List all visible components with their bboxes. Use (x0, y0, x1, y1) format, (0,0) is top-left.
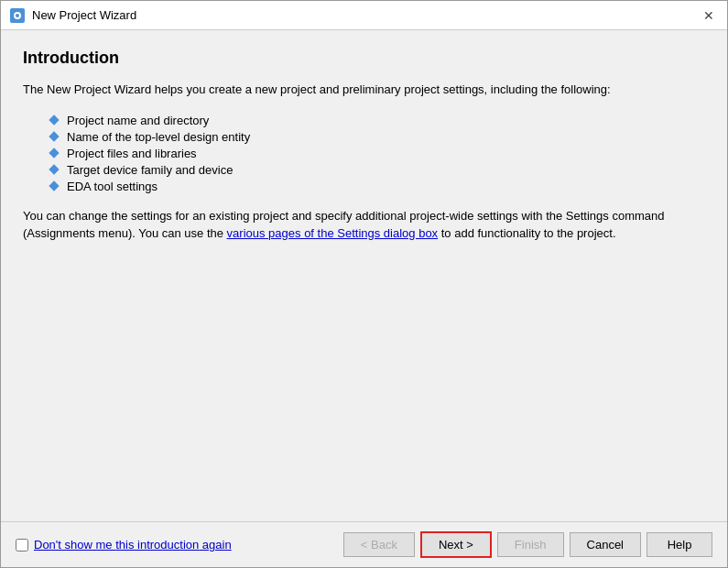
diamond-icon (49, 180, 59, 191)
back-button[interactable]: < Back (343, 532, 415, 557)
dont-show-checkbox[interactable] (16, 539, 28, 552)
page-title: Introduction (23, 49, 705, 68)
bullet-item: Project name and directory (50, 114, 705, 127)
intro-text: The New Project Wizard helps you create … (23, 81, 705, 99)
bullet-item: Project files and libraries (50, 147, 705, 160)
diamond-icon (49, 147, 59, 158)
label-suffix: again (199, 538, 231, 552)
dont-show-label: Don't show me this introduction again (34, 538, 232, 552)
title-bar: New Project Wizard ✕ (1, 1, 727, 30)
bullet-text: Name of the top-level design entity (67, 130, 250, 144)
finish-button[interactable]: Finish (497, 532, 564, 557)
follow-text: You can change the settings for an exist… (23, 207, 705, 243)
spacer (23, 243, 705, 513)
bullet-item: Target device family and device (50, 163, 705, 177)
buttons-row: < Back Next > Finish Cancel Help (343, 531, 712, 558)
svg-point-2 (16, 14, 19, 17)
help-button[interactable]: Help (647, 532, 712, 557)
next-button[interactable]: Next > (420, 531, 492, 558)
bullet-list: Project name and directoryName of the to… (50, 114, 705, 196)
bullet-item: EDA tool settings (50, 180, 705, 193)
wizard-icon (10, 8, 25, 23)
bullet-text: Project name and directory (67, 114, 209, 127)
settings-link[interactable]: various pages of the Settings dialog box (227, 226, 439, 240)
close-button[interactable]: ✕ (700, 6, 718, 25)
label-text: Don't show me (34, 538, 115, 552)
bullet-item: Name of the top-level design entity (50, 130, 705, 144)
bullet-text: Project files and libraries (67, 147, 197, 160)
diamond-icon (49, 115, 59, 125)
window: New Project Wizard ✕ Introduction The Ne… (0, 0, 728, 568)
bottom-bar: Don't show me this introduction again < … (1, 521, 727, 567)
title-bar-left: New Project Wizard (10, 8, 136, 23)
bullet-text: EDA tool settings (67, 180, 158, 193)
checkbox-row: Don't show me this introduction again (16, 538, 232, 552)
diamond-icon (49, 131, 59, 141)
window-title: New Project Wizard (32, 8, 136, 22)
cancel-button[interactable]: Cancel (570, 532, 641, 557)
introduction-link[interactable]: this introduction (115, 538, 199, 552)
main-content: Introduction The New Project Wizard help… (1, 30, 727, 521)
diamond-icon (49, 164, 59, 174)
follow-text-2: to add functionality to the project. (438, 226, 615, 240)
bullet-text: Target device family and device (67, 163, 233, 177)
